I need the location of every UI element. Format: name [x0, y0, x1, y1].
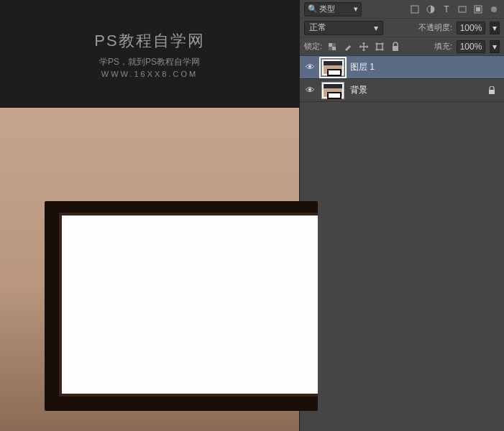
visibility-icon[interactable]: 👁	[304, 62, 316, 73]
svg-rect-6	[332, 47, 336, 50]
svg-rect-7	[332, 43, 336, 47]
chevron-down-icon: ▾	[354, 4, 358, 14]
svg-rect-15	[489, 90, 495, 94]
filter-text-icon[interactable]: T	[441, 4, 452, 15]
filter-type-dropdown[interactable]: 🔍 类型 ▾	[304, 2, 362, 17]
canvas-area: PS教程自学网 学PS，就到PS教程自学网 WWW.16XX8.COM	[0, 0, 299, 431]
blend-row: 正常 ▾ 不透明度: 100% ▾	[300, 19, 504, 37]
filter-pixel-icon[interactable]	[409, 4, 421, 15]
filter-label: 类型	[319, 4, 335, 14]
filter-row: 🔍 类型 ▾ T	[300, 0, 504, 19]
filter-toggle-icon[interactable]	[488, 4, 500, 15]
fill-label: 填充:	[434, 41, 452, 52]
lock-icon	[488, 86, 495, 95]
watermark-area: PS教程自学网 学PS，就到PS教程自学网 WWW.16XX8.COM	[0, 0, 299, 108]
layers-panel: 🔍 类型 ▾ T 正常 ▾ 不透明度: 100% ▾ 锁定: 填充: 100% …	[299, 0, 504, 431]
layer-item[interactable]: 👁 背景	[300, 79, 504, 102]
watermark-title: PS教程自学网	[94, 30, 204, 52]
search-icon: 🔍	[308, 4, 318, 14]
layer-name[interactable]: 图层 1	[350, 61, 375, 73]
filter-smartobject-icon[interactable]	[472, 4, 484, 15]
blend-mode-value: 正常	[309, 22, 326, 34]
layers-list: 👁 图层 1 👁 背景	[300, 56, 504, 431]
svg-rect-14	[393, 46, 398, 51]
picture-frame	[45, 201, 318, 411]
svg-rect-0	[411, 6, 418, 13]
lock-all-icon[interactable]	[390, 41, 401, 52]
layer-item[interactable]: 👁 图层 1	[300, 56, 504, 79]
lock-pixels-icon[interactable]	[342, 41, 354, 52]
fill-stepper[interactable]: ▾	[490, 40, 500, 53]
svg-rect-8	[329, 47, 332, 50]
lock-row: 锁定: 填充: 100% ▾	[300, 37, 504, 56]
lock-label: 锁定:	[304, 41, 322, 52]
layer-thumbnail[interactable]	[321, 82, 344, 99]
chevron-down-icon: ▾	[374, 23, 378, 33]
watermark-sub1: 学PS，就到PS教程自学网	[99, 56, 200, 68]
svg-rect-5	[329, 43, 332, 47]
opacity-label: 不透明度:	[418, 22, 452, 33]
layer-thumbnail[interactable]	[321, 59, 344, 76]
layer-name[interactable]: 背景	[350, 84, 367, 96]
svg-rect-4	[476, 7, 480, 11]
blend-mode-dropdown[interactable]: 正常 ▾	[304, 21, 383, 35]
visibility-icon[interactable]: 👁	[304, 85, 316, 96]
photo-background	[0, 108, 299, 431]
filter-adjustment-icon[interactable]	[425, 4, 436, 15]
lock-position-icon[interactable]	[358, 41, 370, 52]
filter-shape-icon[interactable]	[457, 4, 468, 15]
lock-artboard-icon[interactable]	[374, 41, 385, 52]
lock-transparency-icon[interactable]	[326, 41, 338, 52]
fill-value[interactable]: 100%	[457, 40, 485, 53]
svg-rect-2	[459, 6, 466, 12]
opacity-value[interactable]: 100%	[457, 22, 485, 34]
opacity-stepper[interactable]: ▾	[490, 22, 500, 34]
svg-rect-9	[377, 44, 382, 50]
watermark-sub2: WWW.16XX8.COM	[101, 70, 198, 78]
